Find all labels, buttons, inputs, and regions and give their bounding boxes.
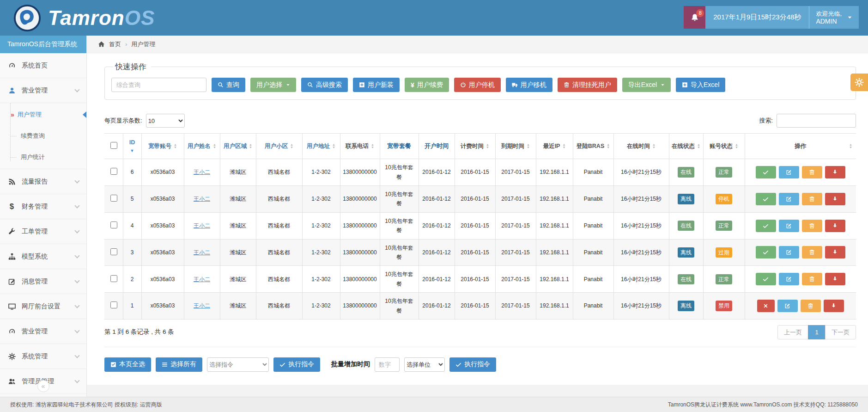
sidebar-item-user-mgmt[interactable]: »用户管理 bbox=[0, 104, 86, 125]
trash-action-button[interactable] bbox=[802, 220, 822, 232]
edit-action-button[interactable] bbox=[777, 300, 798, 312]
user-name-link[interactable]: 王小二 bbox=[194, 302, 210, 309]
column-header-phone[interactable]: 联系电话▲▼ bbox=[340, 134, 380, 159]
row-checkbox[interactable] bbox=[110, 195, 117, 202]
trash-action-button[interactable] bbox=[802, 193, 822, 205]
execute-command-button[interactable]: 执行指令 bbox=[273, 357, 320, 372]
column-header-online_time[interactable]: 在线时间▲▼ bbox=[613, 134, 669, 159]
sort-desc-icon[interactable]: ▼ bbox=[125, 148, 140, 154]
sidebar-item-workorder-mgmt[interactable]: 工单管理 bbox=[0, 219, 86, 244]
sort-icon[interactable]: ▲▼ bbox=[607, 143, 610, 149]
page-1-button[interactable]: 1 bbox=[808, 325, 826, 339]
user-name-link[interactable]: 王小二 bbox=[194, 276, 210, 283]
edit-action-button[interactable] bbox=[779, 193, 799, 205]
sort-icon[interactable]: ▲▼ bbox=[290, 143, 293, 149]
column-header-bill_date[interactable]: 计费时间▲▼ bbox=[455, 134, 495, 159]
sort-icon[interactable]: ▲▼ bbox=[332, 143, 335, 149]
query-button[interactable]: 查询 bbox=[212, 78, 245, 92]
download-action-button[interactable] bbox=[825, 220, 845, 232]
sidebar-item-user-stats[interactable]: 用户统计 bbox=[0, 147, 86, 168]
sidebar-item-business-mgmt-2[interactable]: 营业管理 bbox=[0, 319, 86, 344]
notifications-button[interactable]: 8 bbox=[684, 6, 705, 29]
user-menu[interactable]: 欢迎光临, ADMIN bbox=[809, 6, 859, 29]
row-checkbox[interactable] bbox=[110, 248, 117, 255]
sort-icon[interactable]: ▲▼ bbox=[486, 143, 489, 149]
edit-action-button[interactable] bbox=[779, 220, 799, 232]
settings-gear-button[interactable] bbox=[850, 74, 868, 91]
check-action-button[interactable] bbox=[756, 220, 776, 232]
check-action-button[interactable] bbox=[756, 193, 776, 205]
column-header-community[interactable]: 用户小区▲▼ bbox=[256, 134, 302, 159]
sort-icon[interactable]: ▲▼ bbox=[527, 143, 530, 149]
user-select-button[interactable]: 用户选择 bbox=[250, 78, 296, 92]
unit-select[interactable]: 选择单位 bbox=[404, 357, 445, 372]
number-input[interactable] bbox=[375, 357, 400, 372]
table-search-input[interactable] bbox=[777, 114, 856, 128]
execute-add-time-button[interactable]: 执行指令 bbox=[449, 357, 496, 372]
sidebar-item-system-home[interactable]: 系统首页 bbox=[0, 53, 86, 78]
column-header-account_status[interactable]: 账号状态▲▼ bbox=[703, 134, 745, 159]
sort-icon[interactable]: ▲▼ bbox=[652, 143, 656, 149]
sort-icon[interactable]: ▲▼ bbox=[213, 143, 216, 149]
trash-action-button[interactable] bbox=[801, 300, 821, 312]
sort-icon[interactable]: ▲▼ bbox=[174, 143, 177, 149]
user-name-link[interactable]: 王小二 bbox=[194, 196, 210, 202]
x-action-button[interactable] bbox=[757, 300, 775, 312]
column-header-address[interactable]: 用户地址▲▼ bbox=[302, 134, 340, 159]
export-excel-button[interactable]: 导出Excel bbox=[622, 78, 671, 92]
column-header-actions[interactable]: 操作▲▼ bbox=[745, 134, 856, 159]
column-header-region[interactable]: 用户区域▲▼ bbox=[220, 134, 256, 159]
row-checkbox[interactable] bbox=[110, 301, 117, 308]
select-all-button[interactable]: 选择所有 bbox=[156, 357, 202, 372]
check-action-button[interactable] bbox=[756, 246, 776, 258]
trash-action-button[interactable] bbox=[802, 166, 822, 178]
column-header-account[interactable]: 宽带账号▲▼ bbox=[141, 134, 184, 159]
sidebar-item-renew-query[interactable]: 续费查询 bbox=[0, 125, 86, 147]
edit-action-button[interactable] bbox=[779, 246, 799, 258]
row-checkbox[interactable] bbox=[110, 221, 117, 228]
user-name-link[interactable]: 王小二 bbox=[194, 222, 210, 229]
sidebar-item-system-mgmt[interactable]: 系统管理 bbox=[0, 344, 86, 369]
sort-icon[interactable]: ▲▼ bbox=[735, 143, 738, 149]
sidebar-collapse-button[interactable]: « bbox=[37, 380, 49, 392]
import-excel-button[interactable]: 导入Excel bbox=[676, 78, 725, 92]
column-header-online_status[interactable]: 在线状态▲▼ bbox=[669, 134, 703, 159]
clear-dead-users-button[interactable]: 清理挂死用户 bbox=[558, 78, 617, 92]
sort-icon[interactable]: ▲▼ bbox=[562, 143, 565, 149]
edit-action-button[interactable] bbox=[779, 166, 799, 178]
download-action-button[interactable] bbox=[824, 300, 844, 312]
row-checkbox[interactable] bbox=[110, 275, 117, 282]
user-name-link[interactable]: 王小二 bbox=[194, 249, 210, 256]
sidebar-item-portal-settings[interactable]: 网厅前台设置 bbox=[0, 294, 86, 319]
download-action-button[interactable] bbox=[825, 246, 845, 258]
trash-action-button[interactable] bbox=[802, 246, 822, 258]
sidebar-item-traffic-report[interactable]: 流量报告 bbox=[0, 169, 86, 194]
select-all-checkbox[interactable] bbox=[110, 142, 117, 149]
user-name-link[interactable]: 王小二 bbox=[194, 169, 210, 175]
column-header-id[interactable]: ID▼ bbox=[123, 134, 141, 159]
download-action-button[interactable] bbox=[825, 193, 845, 205]
column-header-expire_date[interactable]: 到期时间▲▼ bbox=[495, 134, 536, 159]
user-stop-button[interactable]: 用户停机 bbox=[454, 78, 501, 92]
column-header-ip[interactable]: 最近IP▲▼ bbox=[536, 134, 573, 159]
sort-icon[interactable]: ▲▼ bbox=[697, 143, 700, 149]
sort-icon[interactable]: ▲▼ bbox=[371, 143, 374, 149]
select-page-button[interactable]: 本页全选 bbox=[104, 357, 151, 372]
check-action-button[interactable] bbox=[756, 166, 776, 178]
prev-page-button[interactable]: 上一页 bbox=[777, 325, 808, 339]
advanced-search-button[interactable]: 高级搜索 bbox=[301, 78, 348, 92]
row-checkbox[interactable] bbox=[110, 168, 117, 175]
quick-search-input[interactable] bbox=[111, 78, 206, 92]
download-action-button[interactable] bbox=[825, 166, 845, 178]
user-move-button[interactable]: 用户移机 bbox=[506, 78, 552, 92]
trash-action-button[interactable] bbox=[802, 273, 822, 285]
sidebar-item-model-system[interactable]: 模型系统 bbox=[0, 244, 86, 269]
sidebar-item-message-mgmt[interactable]: 消息管理 bbox=[0, 269, 86, 294]
command-select[interactable]: 选择指令 bbox=[207, 357, 269, 372]
column-header-bras[interactable]: 登陆BRAS▲▼ bbox=[573, 134, 613, 159]
edit-action-button[interactable] bbox=[779, 273, 799, 285]
user-install-button[interactable]: 用户新装 bbox=[353, 78, 400, 92]
user-renew-button[interactable]: ¥用户续费 bbox=[405, 78, 449, 92]
breadcrumb-home[interactable]: 首页 bbox=[109, 40, 121, 49]
sidebar-item-business-mgmt[interactable]: 营业管理 bbox=[0, 78, 86, 103]
